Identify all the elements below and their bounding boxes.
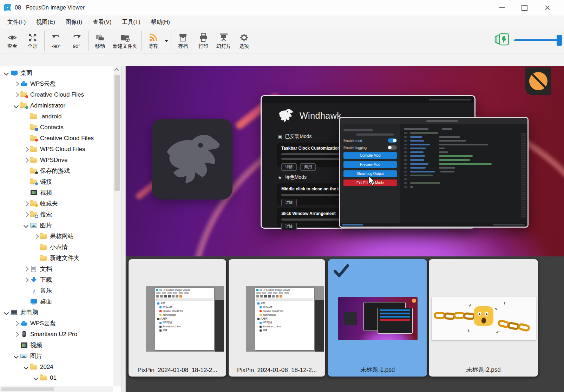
- tree-item-administrator[interactable]: Administrator: [0, 100, 113, 111]
- tree-item-wpsdrive[interactable]: WPSDrive: [0, 155, 113, 165]
- expander-icon[interactable]: [13, 80, 20, 87]
- expander-icon[interactable]: [22, 364, 29, 371]
- downloads-icon: [30, 277, 38, 283]
- blog-dropdown-caret[interactable]: [165, 40, 168, 42]
- tree-scrollbar-thumb[interactable]: [114, 75, 120, 191]
- menu-tools[interactable]: 工具(T): [117, 15, 145, 29]
- tree-item-videos[interactable]: 视频: [0, 187, 113, 198]
- title-bar: 08 - FocusOn Image Viewer: [0, 0, 564, 15]
- folder-search-icon: [30, 211, 38, 217]
- rotate-left-button[interactable]: -90°: [46, 30, 66, 52]
- tree-item-pictures-2[interactable]: 图片: [0, 351, 113, 361]
- minimize-button[interactable]: [496, 3, 508, 13]
- gallery-mode-icon[interactable]: [494, 33, 509, 47]
- options-button[interactable]: 选项: [234, 30, 254, 52]
- compile-mod-button[interactable]: Compile Mod: [343, 152, 397, 159]
- expander-icon[interactable]: [13, 102, 20, 109]
- menu-browse[interactable]: 查看(V): [87, 15, 117, 29]
- maximize-button[interactable]: [518, 3, 530, 13]
- scroll-up-arrow-icon[interactable]: [113, 66, 121, 73]
- tree-hscrollbar-thumb[interactable]: [1, 387, 54, 391]
- tree-item-pictures[interactable]: 图片: [0, 220, 113, 231]
- new-folder-button[interactable]: 新建文件夹: [110, 30, 140, 52]
- disable-button[interactable]: 禁用: [300, 163, 316, 171]
- music-icon: ♪: [30, 288, 38, 294]
- tree-item-this-pc[interactable]: 此电脑: [0, 307, 113, 318]
- panel-splitter[interactable]: [121, 66, 126, 392]
- close-button[interactable]: [542, 3, 553, 13]
- tree-item-desktop[interactable]: 桌面: [0, 67, 113, 78]
- tree-item-search[interactable]: 搜索: [0, 209, 113, 220]
- tree-item-favorites[interactable]: 收藏夹: [0, 198, 113, 209]
- archive-icon: [178, 32, 188, 43]
- expander-icon[interactable]: [22, 157, 29, 164]
- enable-logging-toggle[interactable]: [388, 145, 397, 150]
- expander-icon[interactable]: [13, 353, 20, 360]
- folder-icon: [40, 233, 47, 239]
- tree-item-guohe[interactable]: 果核网站: [0, 231, 113, 242]
- thumbnail-item[interactable]: 08 - FocusOn Image Viewer 桌面 WPS云盘 Creat…: [228, 259, 326, 377]
- slideshow-button[interactable]: 幻灯片: [214, 30, 234, 52]
- details-button[interactable]: 详情: [281, 223, 297, 230]
- menu-view[interactable]: 视图(E): [31, 15, 60, 29]
- tree-item-emotes[interactable]: 小表情: [0, 242, 113, 253]
- expander-icon[interactable]: [13, 91, 20, 98]
- tree-item-creative-cloud-2[interactable]: Creative Cloud Files: [0, 133, 113, 144]
- image-preview-area[interactable]: Windhawk ▣已安装Mods Taskbar Clock Customiz…: [126, 66, 564, 256]
- installed-mods-header: ▣已安装Mods: [278, 133, 312, 140]
- zoom-slider-track[interactable]: [514, 39, 560, 41]
- fullscreen-button[interactable]: 全屏: [22, 30, 43, 52]
- tree-item-contacts[interactable]: Contacts: [0, 122, 113, 133]
- menu-help[interactable]: 帮助(H): [146, 15, 175, 29]
- windhawk-header: Windhawk: [277, 108, 341, 123]
- thumbnail-item-selected[interactable]: 未标题-1.psd: [328, 259, 427, 377]
- expander-icon[interactable]: [13, 320, 20, 327]
- address-bar-row: 此电脑\图片\2024\01\08: [0, 53, 564, 66]
- move-button[interactable]: 移动: [90, 30, 110, 52]
- blog-button[interactable]: 博客: [143, 30, 163, 52]
- tree-item-android[interactable]: .android: [0, 111, 113, 122]
- tree-item-smartisan[interactable]: Smartisan U2 Pro: [0, 329, 113, 340]
- tree-item-music[interactable]: ♪音乐: [0, 285, 113, 296]
- expander-icon[interactable]: [3, 309, 10, 316]
- expander-icon[interactable]: [22, 200, 29, 207]
- view-button[interactable]: 查看: [2, 30, 22, 52]
- tree-item-videos-2[interactable]: 视频: [0, 340, 113, 351]
- tree-item-wps-cloud-files[interactable]: WPS Cloud Files: [0, 144, 113, 155]
- zoom-slider-handle[interactable]: [557, 35, 562, 46]
- tree-item-01[interactable]: 01: [0, 372, 113, 383]
- menu-file[interactable]: 文件(F): [2, 15, 31, 29]
- expander-icon[interactable]: [22, 146, 29, 153]
- details-button[interactable]: 详情: [281, 199, 297, 206]
- tree-item-saved-games[interactable]: 保存的游戏: [0, 165, 113, 176]
- thumbnail-item[interactable]: 08 - FocusOn Image Viewer 桌面 WPS云盘 Creat…: [128, 259, 227, 377]
- tree-item-downloads[interactable]: 下载: [0, 274, 113, 285]
- eye-icon: [7, 32, 17, 43]
- archive-button[interactable]: 存档: [173, 30, 193, 52]
- thumbnail-item[interactable]: 未标题-2.psd: [428, 259, 538, 377]
- editor-code-area[interactable]: [400, 124, 527, 223]
- menu-image[interactable]: 图像(I): [60, 15, 87, 29]
- expander-icon[interactable]: [22, 266, 29, 273]
- details-button[interactable]: 详情: [281, 163, 297, 171]
- tree-item-links[interactable]: 链接: [0, 176, 113, 187]
- enable-mod-toggle[interactable]: [388, 138, 397, 143]
- expander-icon[interactable]: [22, 276, 29, 283]
- expander-icon[interactable]: [13, 331, 20, 338]
- print-button[interactable]: 打印: [193, 30, 214, 52]
- rotate-right-button[interactable]: 90°: [66, 30, 87, 52]
- expander-icon[interactable]: [3, 70, 10, 77]
- tree-item-2024[interactable]: 2024: [0, 361, 113, 372]
- tree-item-desktop-2[interactable]: 桌面: [0, 296, 113, 307]
- tree-item-wps-cloud[interactable]: WPS云盘: [0, 78, 113, 89]
- tree-item-wps-cloud-2[interactable]: WPS云盘: [0, 318, 113, 329]
- thumbnail-strip: 08 - FocusOn Image Viewer 桌面 WPS云盘 Creat…: [126, 256, 564, 392]
- tree-item-documents[interactable]: 文档: [0, 263, 113, 274]
- preview-mod-button[interactable]: Preview Mod: [343, 161, 397, 168]
- expander-icon[interactable]: [32, 374, 39, 381]
- expander-icon[interactable]: [32, 233, 39, 240]
- expander-icon[interactable]: [22, 211, 29, 218]
- tree-item-creative-cloud[interactable]: Creative Cloud Files: [0, 89, 113, 100]
- tree-item-new-folder[interactable]: 新建文件夹: [0, 253, 113, 263]
- expander-icon[interactable]: [22, 222, 29, 229]
